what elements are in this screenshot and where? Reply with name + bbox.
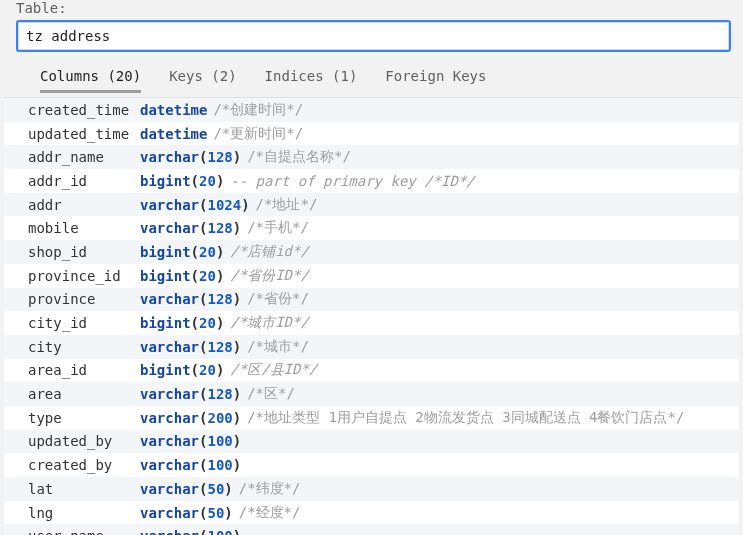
column-row[interactable]: areavarchar(128)/*区*/	[4, 382, 739, 406]
column-comment: /*店铺id*/	[230, 243, 309, 261]
column-row[interactable]: mobilevarchar(128)/*手机*/	[4, 216, 739, 240]
column-row[interactable]: area_idbigint(20)/*区/县ID*/	[4, 359, 739, 383]
column-type: varchar(128)	[140, 291, 241, 307]
column-row[interactable]: addr_namevarchar(128)/*自提点名称*/	[4, 145, 739, 169]
column-comment: /*省份*/	[247, 290, 309, 308]
column-row[interactable]: latvarchar(50)/*纬度*/	[4, 477, 739, 501]
column-name: lat	[28, 481, 140, 497]
column-row[interactable]: shop_idbigint(20)/*店铺id*/	[4, 240, 739, 264]
column-row[interactable]: updated_timedatetime/*更新时间*/	[4, 122, 739, 146]
column-type: varchar(128)	[140, 149, 241, 165]
column-type: bigint(20)	[140, 315, 224, 331]
table-name-input[interactable]	[18, 22, 729, 50]
column-comment: /*经度*/	[239, 504, 301, 522]
column-row[interactable]: cityvarchar(128)/*城市*/	[4, 335, 739, 359]
column-comment: /*手机*/	[247, 219, 309, 237]
column-type: varchar(50)	[140, 505, 233, 521]
column-name: updated_time	[28, 126, 140, 142]
column-comment: /*省份ID*/	[230, 267, 309, 285]
table-name-input-wrap[interactable]	[16, 20, 731, 52]
column-type: varchar(1024)	[140, 197, 250, 213]
column-comment: /*更新时间*/	[213, 125, 303, 143]
column-type: varchar(200)	[140, 410, 241, 426]
column-row[interactable]: province_idbigint(20)/*省份ID*/	[4, 264, 739, 288]
column-type: varchar(128)	[140, 220, 241, 236]
column-comment: /*区*/	[247, 385, 295, 403]
tab-indices[interactable]: Indices (1)	[265, 62, 358, 93]
column-name: city	[28, 339, 140, 355]
column-comment: /*纬度*/	[239, 480, 301, 498]
column-type: bigint(20)	[140, 268, 224, 284]
column-name: shop_id	[28, 244, 140, 260]
column-type: varchar(128)	[140, 386, 241, 402]
tab-fkeys[interactable]: Foreign Keys	[385, 62, 486, 93]
column-comment: -- part of primary key /*ID*/	[230, 173, 474, 189]
column-comment: /*创建时间*/	[213, 101, 303, 119]
column-row[interactable]: created_byvarchar(100)	[4, 453, 739, 477]
column-type: varchar(100)	[140, 457, 241, 473]
column-row[interactable]: lngvarchar(50)/*经度*/	[4, 501, 739, 525]
table-label: Table:	[4, 0, 739, 20]
column-name: created_time	[28, 102, 140, 118]
column-name: addr_name	[28, 149, 140, 165]
column-comment: /*区/县ID*/	[230, 361, 317, 379]
column-name: area	[28, 386, 140, 402]
column-type: datetime	[140, 126, 207, 142]
column-row[interactable]: city_idbigint(20)/*城市ID*/	[4, 311, 739, 335]
column-name: mobile	[28, 220, 140, 236]
column-row[interactable]: created_timedatetime/*创建时间*/	[4, 98, 739, 122]
column-row[interactable]: addrvarchar(1024)/*地址*/	[4, 193, 739, 217]
column-name: type	[28, 410, 140, 426]
column-row[interactable]: typevarchar(200)/*地址类型 1用户自提点 2物流发货点 3同城…	[4, 406, 739, 430]
column-type: varchar(128)	[140, 339, 241, 355]
column-name: area_id	[28, 362, 140, 378]
column-comment: /*城市ID*/	[230, 314, 309, 332]
column-type: bigint(20)	[140, 362, 224, 378]
column-name: updated_by	[28, 433, 140, 449]
column-row[interactable]: provincevarchar(128)/*省份*/	[4, 288, 739, 312]
column-type: datetime	[140, 102, 207, 118]
column-type: varchar(100)	[140, 528, 241, 535]
column-name: addr	[28, 197, 140, 213]
columns-list: created_timedatetime/*创建时间*/updated_time…	[4, 97, 739, 535]
column-name: province	[28, 291, 140, 307]
column-row[interactable]: updated_byvarchar(100)	[4, 430, 739, 454]
column-comment: /*城市*/	[247, 338, 309, 356]
column-comment: /*地址*/	[256, 196, 318, 214]
column-name: city_id	[28, 315, 140, 331]
column-name: addr_id	[28, 173, 140, 189]
column-type: varchar(50)	[140, 481, 233, 497]
db-table-panel: Table: Columns (20)Keys (2)Indices (1)Fo…	[0, 0, 743, 535]
column-comment: /*自提点名称*/	[247, 148, 351, 166]
column-row[interactable]: addr_idbigint(20)-- part of primary key …	[4, 169, 739, 193]
column-name: province_id	[28, 268, 140, 284]
column-type: bigint(20)	[140, 244, 224, 260]
column-name: user_name	[28, 528, 140, 535]
column-type: bigint(20)	[140, 173, 224, 189]
tab-columns[interactable]: Columns (20)	[40, 62, 141, 93]
tabs-bar: Columns (20)Keys (2)Indices (1)Foreign K…	[4, 62, 739, 93]
column-type: varchar(100)	[140, 433, 241, 449]
column-row[interactable]: user_namevarchar(100)	[4, 524, 739, 535]
column-name: created_by	[28, 457, 140, 473]
column-comment: /*地址类型 1用户自提点 2物流发货点 3同城配送点 4餐饮门店点*/	[247, 409, 684, 427]
tab-keys[interactable]: Keys (2)	[169, 62, 236, 93]
column-name: lng	[28, 505, 140, 521]
